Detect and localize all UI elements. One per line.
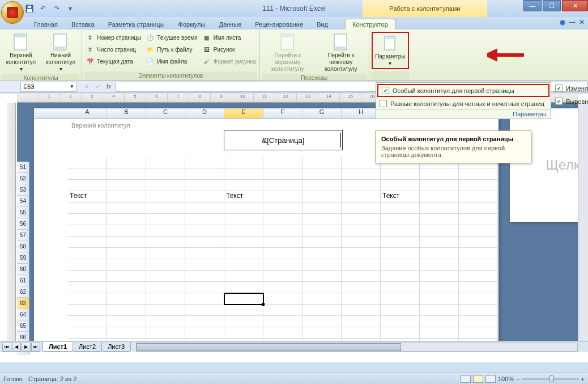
- params-right-column: ✔Изменят ✔Выровн: [555, 83, 588, 106]
- zoom-out-icon[interactable]: −: [516, 375, 519, 382]
- row-header[interactable]: 60: [17, 264, 29, 275]
- row-header[interactable]: 56: [17, 218, 29, 230]
- format-picture-button[interactable]: 🖌Формат рисунка: [201, 56, 257, 67]
- active-cell[interactable]: [224, 293, 263, 305]
- header-center-box[interactable]: &[Страница]: [224, 130, 343, 150]
- row-header[interactable]: 58: [17, 241, 29, 252]
- save-icon[interactable]: [24, 3, 35, 14]
- row-header[interactable]: 55: [17, 207, 29, 218]
- zoom-slider[interactable]: [522, 378, 579, 380]
- sheet-tab[interactable]: Лист3: [101, 342, 131, 352]
- option-first-page[interactable]: ✔Особый колонтитул для первой страницы: [377, 84, 549, 97]
- tab-design[interactable]: Конструктор: [345, 19, 395, 29]
- goto-footer-button[interactable]: Перейти к нижнему колонтитулу: [316, 32, 367, 74]
- qat-dropdown-icon[interactable]: ▾: [65, 3, 76, 14]
- zoom-in-icon[interactable]: +: [581, 375, 585, 382]
- view-break-icon[interactable]: [485, 375, 496, 383]
- filename-button[interactable]: 📄Имя файла: [144, 56, 198, 67]
- close-button[interactable]: ✕: [562, 0, 588, 11]
- svg-rect-2: [28, 6, 31, 8]
- row-header[interactable]: 63: [17, 298, 29, 309]
- params-dropdown: ✔Особый колонтитул для первой страницы Р…: [376, 82, 551, 119]
- cancel-icon[interactable]: ✕: [80, 82, 92, 92]
- maximize-button[interactable]: ☐: [543, 0, 561, 11]
- header-bottom-button[interactable]: Нижний колонтитул▾: [42, 32, 79, 74]
- hash-icon: #: [86, 45, 95, 54]
- tab-insert[interactable]: Вставка: [65, 19, 101, 29]
- undo-icon[interactable]: ↶: [37, 3, 49, 14]
- header-top-button[interactable]: Верхний колонтитул▾: [2, 32, 40, 74]
- option-align[interactable]: ✔Выровн: [555, 96, 588, 106]
- sheet-tab[interactable]: Лист2: [73, 342, 102, 352]
- vertical-scrollbar[interactable]: [578, 103, 588, 352]
- checkbox-icon[interactable]: [380, 100, 387, 107]
- row-header[interactable]: 52: [17, 173, 29, 184]
- row-header[interactable]: 51: [17, 162, 29, 173]
- tab-home[interactable]: Главная: [27, 19, 65, 29]
- tab-view[interactable]: Вид: [310, 19, 335, 29]
- pagecount-button[interactable]: #Число страниц: [84, 44, 142, 55]
- minimize-button[interactable]: —: [523, 0, 542, 11]
- tab-first-icon[interactable]: ⏮: [2, 343, 11, 352]
- col-header[interactable]: A: [68, 108, 107, 118]
- svg-rect-1: [27, 9, 32, 12]
- goto-header-button[interactable]: Перейти к верхнему колонтитулу: [262, 32, 313, 74]
- horizontal-scrollbar[interactable]: [136, 343, 578, 352]
- fx-icon[interactable]: fx: [103, 82, 114, 92]
- view-layout-icon[interactable]: [473, 375, 483, 383]
- folder-icon: 📁: [146, 45, 155, 54]
- checkbox-icon[interactable]: ✔: [555, 85, 563, 92]
- help-icon[interactable]: ◉: [560, 18, 565, 26]
- sheetname-button[interactable]: ▦Имя листа: [201, 32, 257, 43]
- pagenum-button[interactable]: #Номер страницы: [84, 32, 142, 43]
- status-ready: Готово: [3, 375, 23, 382]
- tab-next-icon[interactable]: ▶: [22, 343, 31, 352]
- col-header[interactable]: C: [146, 108, 185, 118]
- checkbox-icon[interactable]: ✔: [555, 98, 563, 105]
- row-header[interactable]: 61: [17, 275, 29, 286]
- cells-grid[interactable]: ТекстТекстТекст: [68, 157, 498, 350]
- path-button[interactable]: 📁Путь к файлу: [144, 44, 198, 55]
- tab-layout[interactable]: Разметка страницы: [101, 19, 172, 29]
- row-header[interactable]: 62: [17, 286, 29, 298]
- tab-data[interactable]: Данные: [212, 19, 248, 29]
- col-header[interactable]: B: [107, 108, 146, 118]
- row-headers: 51 52 53 54 55 56 57 58 59 60 61 62 63 6…: [17, 162, 29, 355]
- view-normal-icon[interactable]: [461, 375, 471, 383]
- option-odd-even[interactable]: Разные колонтитулы для четных и нечетных…: [376, 98, 551, 109]
- doc-close-icon[interactable]: ✕: [579, 18, 585, 26]
- redo-icon[interactable]: ↷: [51, 3, 62, 14]
- ribbon-minimize-icon[interactable]: —: [569, 18, 576, 26]
- name-box[interactable]: E63▼: [20, 82, 77, 92]
- enter-icon[interactable]: ✓: [92, 82, 103, 92]
- col-header[interactable]: H: [342, 108, 381, 118]
- col-header[interactable]: G: [302, 108, 342, 118]
- zoom-level[interactable]: 100%: [498, 375, 514, 382]
- date-button[interactable]: 📅Текущая дата: [84, 56, 142, 67]
- row-header[interactable]: 64: [17, 309, 29, 320]
- row-header[interactable]: 54: [17, 196, 29, 207]
- sheet-tab-bar: ⏮ ◀ ▶ ⏭ Лист1 Лист2 Лист3: [0, 341, 588, 352]
- group-elements: #Номер страницы #Число страниц 📅Текущая …: [82, 29, 260, 80]
- tab-review[interactable]: Рецензирование: [248, 19, 310, 29]
- col-header[interactable]: D: [185, 108, 224, 118]
- tab-last-icon[interactable]: ⏭: [31, 343, 40, 352]
- picture-button[interactable]: 🖼Рисунок: [201, 44, 257, 55]
- sheet-tab[interactable]: Лист1: [42, 342, 73, 352]
- tab-prev-icon[interactable]: ◀: [12, 343, 21, 352]
- svg-rect-10: [335, 47, 346, 49]
- tab-formulas[interactable]: Формулы: [172, 19, 212, 29]
- option-scale[interactable]: ✔Изменят: [555, 83, 588, 93]
- checkbox-icon[interactable]: ✔: [382, 87, 389, 94]
- col-header[interactable]: E: [224, 108, 263, 118]
- chevron-down-icon[interactable]: ▼: [70, 84, 74, 89]
- params-button[interactable]: Параметры▾: [372, 32, 409, 69]
- row-header[interactable]: 57: [17, 230, 29, 241]
- row-header[interactable]: 53: [17, 184, 29, 196]
- next-page[interactable]: Щелкн: [510, 108, 578, 222]
- office-button[interactable]: [1, 1, 24, 24]
- row-header[interactable]: 65: [17, 320, 29, 332]
- row-header[interactable]: 59: [17, 252, 29, 264]
- col-header[interactable]: F: [263, 108, 302, 118]
- time-button[interactable]: 🕐Текущее время: [144, 32, 198, 43]
